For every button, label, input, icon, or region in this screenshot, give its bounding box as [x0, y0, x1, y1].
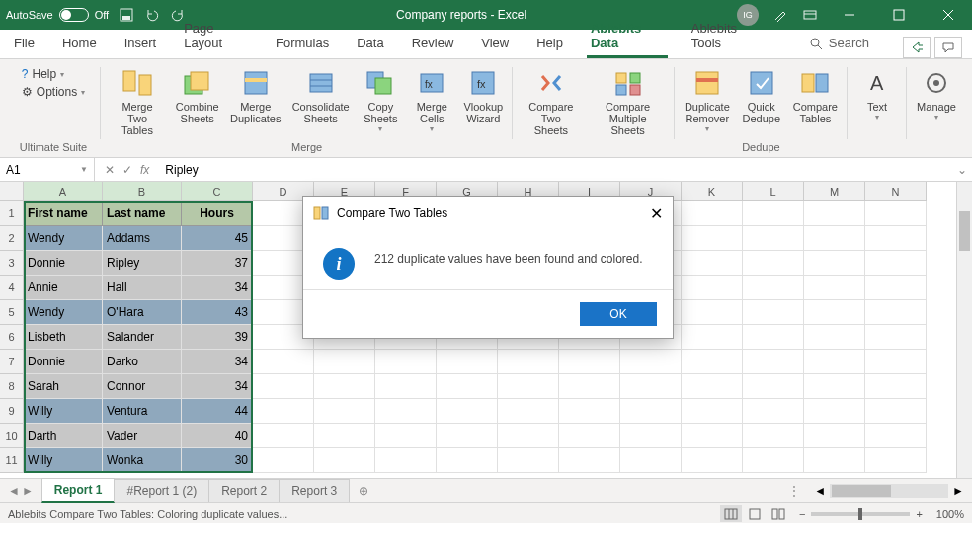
cell[interactable] — [314, 350, 375, 374]
table-header-cell[interactable]: Hours — [182, 201, 253, 226]
search-button[interactable]: Search — [805, 30, 873, 58]
data-cell[interactable]: Ventura — [103, 399, 182, 424]
tab-data[interactable]: Data — [353, 30, 387, 58]
cell[interactable] — [559, 350, 620, 374]
cell[interactable] — [682, 201, 743, 226]
cell[interactable] — [743, 399, 804, 424]
row-header[interactable]: 3 — [0, 251, 24, 276]
cell[interactable] — [498, 350, 559, 374]
enter-formula-icon[interactable]: ✓ — [122, 163, 132, 177]
name-box[interactable]: A1▼ — [0, 158, 95, 181]
column-header[interactable]: A — [24, 182, 103, 201]
cell[interactable] — [314, 424, 375, 448]
formula-input[interactable] — [159, 163, 952, 177]
add-sheet-button[interactable]: ⊕ — [349, 484, 378, 498]
compare-tables-button[interactable]: CompareTables — [789, 65, 842, 126]
sheet-nav-prev-icon[interactable]: ◄ — [8, 484, 20, 498]
sheet-nav-next-icon[interactable]: ► — [22, 484, 34, 498]
cell[interactable] — [682, 226, 743, 251]
column-header[interactable]: M — [804, 182, 865, 201]
data-cell[interactable]: Wendy — [24, 300, 103, 325]
data-cell[interactable]: 34 — [182, 350, 253, 374]
data-cell[interactable]: 39 — [182, 325, 253, 350]
cell[interactable] — [743, 300, 804, 325]
cell[interactable] — [253, 374, 314, 399]
data-cell[interactable]: O'Hara — [103, 300, 182, 325]
vlookup-wizard-button[interactable]: fxVlookupWizard — [459, 65, 507, 126]
zoom-slider[interactable] — [811, 512, 910, 516]
cell[interactable] — [682, 300, 743, 325]
cell[interactable] — [682, 448, 743, 473]
column-header[interactable]: L — [743, 182, 804, 201]
cell[interactable] — [682, 399, 743, 424]
data-cell[interactable]: Wonka — [103, 448, 182, 473]
cell[interactable] — [865, 201, 927, 226]
cell[interactable] — [804, 350, 865, 374]
dialog-ok-button[interactable]: OK — [580, 302, 657, 326]
sheet-tabs-divider-icon[interactable]: ⋮ — [778, 484, 810, 498]
zoom-out-button[interactable]: − — [799, 508, 805, 520]
tab-insert[interactable]: Insert — [121, 30, 161, 58]
sheet-tab-report-1-2[interactable]: #Report 1 (2) — [114, 479, 209, 502]
horizontal-scrollbar[interactable] — [830, 484, 948, 498]
row-header[interactable]: 1 — [0, 201, 24, 226]
cell[interactable] — [375, 399, 437, 424]
quick-dedupe-button[interactable]: QuickDedupe — [738, 65, 785, 126]
cell[interactable] — [804, 201, 865, 226]
data-cell[interactable]: Darko — [103, 350, 182, 374]
manage-button[interactable]: Manage▾ — [913, 65, 960, 123]
cell[interactable] — [253, 448, 314, 473]
save-icon[interactable] — [119, 7, 134, 23]
data-cell[interactable]: Sarah — [24, 374, 103, 399]
cell[interactable] — [743, 448, 804, 473]
row-header[interactable]: 7 — [0, 350, 24, 374]
cell[interactable] — [865, 424, 927, 448]
row-header[interactable]: 8 — [0, 374, 24, 399]
cell[interactable] — [682, 325, 743, 350]
tab-formulas[interactable]: Formulas — [272, 30, 333, 58]
cell[interactable] — [559, 399, 620, 424]
data-cell[interactable]: Donnie — [24, 251, 103, 276]
table-header-cell[interactable]: First name — [24, 201, 103, 226]
normal-view-button[interactable] — [720, 505, 742, 522]
data-cell[interactable]: 30 — [182, 448, 253, 473]
close-button[interactable] — [931, 0, 966, 30]
cell[interactable] — [314, 399, 375, 424]
data-cell[interactable]: Addams — [103, 226, 182, 251]
cell[interactable] — [620, 374, 682, 399]
data-cell[interactable]: 34 — [182, 374, 253, 399]
select-all-corner[interactable] — [0, 182, 24, 201]
copy-sheets-button[interactable]: CopySheets▾ — [357, 65, 404, 135]
maximize-button[interactable] — [881, 0, 917, 30]
data-cell[interactable]: Vader — [103, 424, 182, 448]
hscroll-right-icon[interactable]: ► — [948, 484, 968, 498]
cell[interactable] — [865, 399, 927, 424]
cell[interactable] — [804, 424, 865, 448]
cell[interactable] — [865, 226, 927, 251]
cell[interactable] — [804, 374, 865, 399]
cell[interactable] — [865, 251, 927, 276]
row-header[interactable]: 6 — [0, 325, 24, 350]
cell[interactable] — [682, 374, 743, 399]
table-header-cell[interactable]: Last name — [103, 201, 182, 226]
cell[interactable] — [804, 226, 865, 251]
cell[interactable] — [314, 448, 375, 473]
cell[interactable] — [437, 424, 498, 448]
row-header[interactable]: 10 — [0, 424, 24, 448]
cell[interactable] — [743, 226, 804, 251]
data-cell[interactable]: Darth — [24, 424, 103, 448]
tab-help[interactable]: Help — [532, 30, 567, 58]
cell[interactable] — [498, 424, 559, 448]
ribbon-mode-icon[interactable] — [802, 7, 818, 23]
data-cell[interactable]: 40 — [182, 424, 253, 448]
cancel-formula-icon[interactable]: ✕ — [105, 163, 115, 177]
cell[interactable] — [743, 325, 804, 350]
sheet-tab-report-1[interactable]: Report 1 — [41, 478, 116, 503]
data-cell[interactable]: Donnie — [24, 350, 103, 374]
cell[interactable] — [743, 374, 804, 399]
cell[interactable] — [804, 251, 865, 276]
cell[interactable] — [253, 424, 314, 448]
cell[interactable] — [437, 448, 498, 473]
tab-file[interactable]: File — [10, 30, 39, 58]
row-header[interactable]: 9 — [0, 399, 24, 424]
